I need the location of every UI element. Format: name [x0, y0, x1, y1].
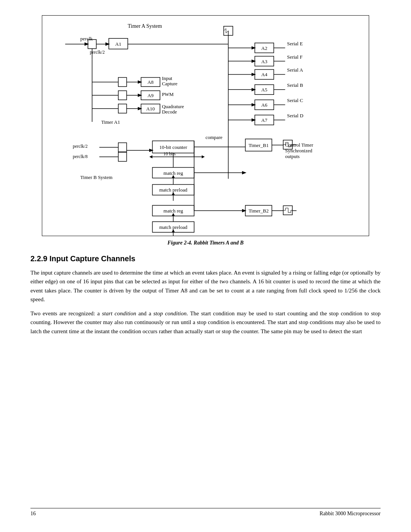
svg-text:compare: compare: [206, 134, 223, 140]
svg-text:PWM: PWM: [162, 91, 174, 97]
footer: 16 Rabbit 3000 Microprocessor: [30, 508, 381, 517]
svg-text:match preload: match preload: [159, 187, 187, 193]
svg-text:Capture: Capture: [162, 81, 177, 86]
svg-text:A9: A9: [148, 93, 154, 98]
svg-rect-52: [118, 91, 127, 100]
svg-text:Serial F: Serial F: [287, 54, 303, 60]
svg-text:A4: A4: [261, 72, 268, 77]
svg-text:A6: A6: [261, 102, 268, 108]
svg-marker-78: [202, 155, 205, 158]
svg-text:Serial C: Serial C: [287, 97, 303, 103]
section-title: Input Capture Channels: [49, 254, 135, 263]
svg-rect-69: [118, 152, 127, 161]
svg-marker-77: [150, 155, 153, 158]
svg-rect-58: [118, 104, 127, 113]
svg-text:Serial E: Serial E: [287, 41, 303, 46]
paragraph-2: Two events are recognized: a start condi…: [30, 309, 381, 336]
page-number: 16: [30, 511, 36, 517]
svg-text:outputs: outputs: [285, 153, 299, 159]
svg-text:perclk: perclk: [80, 36, 93, 42]
svg-text:A2: A2: [261, 45, 268, 51]
svg-rect-45: [118, 77, 127, 86]
svg-text:Timer A System: Timer A System: [127, 23, 162, 29]
svg-text:A7: A7: [261, 117, 268, 123]
svg-text:Timer A1: Timer A1: [101, 119, 120, 125]
svg-text:Serial D: Serial D: [287, 113, 303, 118]
svg-text:match preload: match preload: [159, 224, 187, 230]
italic-stop: stop condition: [153, 310, 186, 316]
svg-text:Timer_B1: Timer_B1: [249, 142, 269, 148]
svg-text:Synchronized: Synchronized: [285, 148, 312, 153]
svg-text:Timer_B2: Timer_B2: [249, 208, 269, 214]
figure-caption: Figure 2-4. Rabbit Timers A and B: [30, 240, 381, 246]
figure-caption-text: Figure 2-4. Rabbit Timers A and B: [167, 240, 244, 246]
svg-text:A1: A1: [115, 41, 121, 47]
svg-text:10 bits: 10 bits: [163, 151, 176, 157]
doc-title: Rabbit 3000 Microprocessor: [320, 511, 381, 517]
svg-text:A5: A5: [261, 87, 268, 93]
svg-text:Decode: Decode: [162, 109, 177, 115]
diagram-container: Timer A System perclk A1 perclk/2: [42, 15, 369, 236]
section-heading: 2.2.9 Input Capture Channels: [30, 254, 381, 263]
svg-text:A10: A10: [146, 106, 155, 112]
paragraph-1: The input capture channels are used to d…: [30, 268, 381, 304]
italic-start: start condition: [102, 310, 136, 316]
svg-text:A8: A8: [148, 79, 154, 85]
svg-text:perclk/8: perclk/8: [73, 154, 88, 159]
svg-text:Serial B: Serial B: [287, 82, 303, 88]
svg-text:perclk/2: perclk/2: [73, 144, 88, 149]
svg-text:Input: Input: [162, 75, 172, 81]
page: Timer A System perclk A1 perclk/2: [0, 0, 411, 532]
diagram-svg: Timer A System perclk A1 perclk/2: [42, 16, 369, 236]
svg-text:A3: A3: [261, 59, 268, 64]
svg-text:Timer B System: Timer B System: [80, 174, 112, 180]
section-number: 2.2.9: [30, 254, 47, 263]
svg-text:10-bit counter: 10-bit counter: [159, 144, 188, 150]
svg-text:match reg: match reg: [164, 170, 183, 176]
svg-text:match reg: match reg: [164, 208, 183, 214]
svg-rect-68: [118, 143, 127, 152]
svg-text:Quadrature: Quadrature: [162, 104, 184, 109]
svg-text:Serial A: Serial A: [287, 67, 303, 73]
